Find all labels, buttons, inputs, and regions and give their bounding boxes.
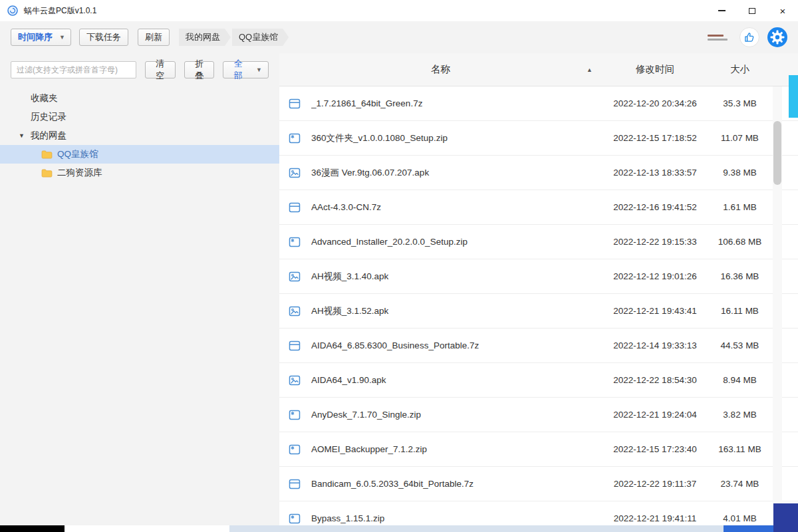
file-row[interactable]: 360文件夹_v1.0.0.1080_Setup.zip2022-12-15 1… bbox=[279, 121, 798, 156]
7z-file-icon bbox=[289, 98, 301, 110]
collapse-button[interactable]: 折叠 bbox=[184, 61, 215, 78]
file-row[interactable]: AH视频_3.1.40.apk2022-12-12 19:01:2616.36 … bbox=[279, 259, 798, 294]
scrollbar[interactable] bbox=[773, 86, 782, 525]
tree-item-my-drive[interactable]: ▼我的网盘 bbox=[0, 126, 279, 145]
7z-file-icon bbox=[289, 478, 301, 490]
file-modified: 2022-12-21 19:24:04 bbox=[602, 410, 708, 420]
file-size: 106.68 MB bbox=[708, 237, 771, 247]
file-size: 163.11 MB bbox=[708, 444, 771, 454]
file-modified: 2022-12-15 17:18:52 bbox=[602, 133, 708, 143]
app-logo-icon bbox=[7, 5, 19, 17]
chevron-down-icon: ▼ bbox=[59, 34, 65, 41]
column-header-name[interactable]: 名称 ▲ bbox=[279, 63, 602, 76]
file-size: 3.82 MB bbox=[708, 410, 771, 420]
main-area: 清空 折叠 全部 ▼ 收藏夹历史记录▼我的网盘QQ皇族馆二狗资源库 名称 ▲ 修… bbox=[0, 53, 798, 525]
chevron-down-icon: ▼ bbox=[256, 66, 262, 73]
minimize-button[interactable] bbox=[706, 0, 737, 21]
taskbar-strip bbox=[229, 525, 724, 532]
file-name: AnyDesk_7.1.70_Single.zip bbox=[311, 410, 602, 420]
file-row[interactable]: AOMEI_Backupper_7.1.2.zip2022-12-15 17:2… bbox=[279, 432, 798, 467]
file-name: AIDA64_v1.90.apk bbox=[311, 375, 602, 385]
breadcrumb-my-drive[interactable]: 我的网盘 bbox=[179, 29, 231, 46]
7z-file-icon bbox=[289, 201, 301, 213]
file-row[interactable]: _1.7.21861_64bit_Green.7z2022-12-20 20:3… bbox=[279, 86, 798, 121]
breadcrumb-current-folder[interactable]: QQ皇族馆 bbox=[232, 29, 289, 46]
tree-item-history[interactable]: 历史记录 bbox=[0, 108, 279, 126]
file-name: AH视频_3.1.40.apk bbox=[311, 271, 602, 283]
file-row[interactable]: Advanced_Installer_20.2.0.0_Setup.zip202… bbox=[279, 225, 798, 259]
zip-file-icon bbox=[289, 132, 301, 144]
file-name: _1.7.21861_64bit_Green.7z bbox=[311, 98, 602, 108]
file-panel: 名称 ▲ 修改时间 大小 _1.7.21861_64bit_Green.7z20… bbox=[279, 53, 798, 525]
file-size: 4.01 MB bbox=[708, 513, 771, 523]
clear-filter-button[interactable]: 清空 bbox=[145, 61, 176, 78]
toolbar-right bbox=[708, 27, 787, 47]
app-window: 蜗牛云盘PC版v1.0.1 × 时间降序 ▼ 下载任务 刷新 我的网盘 QQ皇族… bbox=[0, 0, 798, 525]
refresh-button[interactable]: 刷新 bbox=[138, 29, 170, 46]
zip-file-icon bbox=[289, 236, 301, 248]
sort-order-button[interactable]: 时间降序 ▼ bbox=[11, 29, 71, 46]
file-size: 9.38 MB bbox=[708, 168, 771, 178]
file-row[interactable]: Bypass_1.15.1.zip2022-12-21 19:41:114.01… bbox=[279, 501, 798, 525]
tree-item-favorites[interactable]: 收藏夹 bbox=[0, 89, 279, 108]
file-size: 11.07 MB bbox=[708, 133, 771, 143]
file-name: AOMEI_Backupper_7.1.2.zip bbox=[311, 444, 602, 454]
thumbs-up-icon[interactable] bbox=[739, 27, 759, 47]
tree-item-label: 二狗资源库 bbox=[57, 167, 102, 179]
apk-file-icon bbox=[289, 374, 301, 386]
file-name: Bandicam_6.0.5.2033_64bit_Portable.7z bbox=[311, 479, 602, 489]
file-modified: 2022-12-16 19:41:52 bbox=[602, 202, 708, 212]
column-header-modified[interactable]: 修改时间 bbox=[602, 63, 708, 76]
7z-file-icon bbox=[289, 340, 301, 352]
type-filter-dropdown[interactable]: 全部 ▼ bbox=[223, 61, 269, 78]
file-name: AH视频_3.1.52.apk bbox=[311, 305, 602, 317]
file-size: 23.74 MB bbox=[708, 479, 771, 489]
file-row[interactable]: 36漫画 Ver.9tg.06.07.207.apk2022-12-13 18:… bbox=[279, 156, 798, 190]
folder-icon bbox=[41, 169, 53, 178]
file-row[interactable]: AH视频_3.1.52.apk2022-12-21 19:43:4116.11 … bbox=[279, 294, 798, 329]
file-size: 1.61 MB bbox=[708, 202, 771, 212]
file-modified: 2022-12-13 18:33:57 bbox=[602, 168, 708, 178]
taskbar-corner-block bbox=[773, 503, 798, 532]
zip-file-icon bbox=[289, 513, 301, 525]
tree-item-label: 收藏夹 bbox=[31, 92, 58, 104]
file-name: 360文件夹_v1.0.0.1080_Setup.zip bbox=[311, 132, 602, 144]
file-modified: 2022-12-22 19:15:33 bbox=[602, 237, 708, 247]
apk-file-icon bbox=[289, 305, 301, 317]
window-title: 蜗牛云盘PC版v1.0.1 bbox=[24, 5, 96, 17]
apk-file-icon bbox=[289, 167, 301, 179]
file-row[interactable]: AAct-4.3.0-CN.7z2022-12-16 19:41:521.61 … bbox=[279, 190, 798, 225]
maximize-icon bbox=[749, 8, 755, 14]
file-size: 35.3 MB bbox=[708, 98, 771, 108]
file-row[interactable]: AnyDesk_7.1.70_Single.zip2022-12-21 19:2… bbox=[279, 398, 798, 432]
close-button[interactable]: × bbox=[767, 0, 798, 21]
file-modified: 2022-12-21 19:41:11 bbox=[602, 513, 708, 523]
scrollbar-thumb[interactable] bbox=[773, 121, 781, 185]
minimize-icon bbox=[718, 10, 726, 11]
file-modified: 2022-12-22 18:54:30 bbox=[602, 375, 708, 385]
column-header-size[interactable]: 大小 bbox=[708, 63, 771, 76]
file-modified: 2022-12-14 19:33:13 bbox=[602, 340, 708, 350]
file-row[interactable]: AIDA64_v1.90.apk2022-12-22 18:54:308.94 … bbox=[279, 363, 798, 398]
file-size: 8.94 MB bbox=[708, 375, 771, 385]
file-name: Advanced_Installer_20.2.0.0_Setup.zip bbox=[311, 237, 602, 247]
file-row[interactable]: AIDA64_6.85.6300_Business_Portable.7z202… bbox=[279, 329, 798, 363]
zip-file-icon bbox=[289, 444, 301, 456]
maximize-button[interactable] bbox=[737, 0, 767, 21]
tree-item-ergou-folder[interactable]: 二狗资源库 bbox=[0, 164, 279, 182]
file-modified: 2022-12-21 19:43:41 bbox=[602, 306, 708, 316]
type-filter-label: 全部 bbox=[229, 58, 247, 82]
file-row[interactable]: Bandicam_6.0.5.2033_64bit_Portable.7z202… bbox=[279, 467, 798, 501]
zip-file-icon bbox=[289, 409, 301, 421]
apk-file-icon bbox=[289, 271, 301, 283]
tree-item-qq-royal-folder[interactable]: QQ皇族馆 bbox=[0, 145, 279, 164]
settings-gear-icon[interactable] bbox=[767, 27, 787, 47]
download-tasks-button[interactable]: 下载任务 bbox=[79, 29, 128, 46]
file-size: 16.11 MB bbox=[708, 306, 771, 316]
expand-arrow-icon[interactable]: ▼ bbox=[19, 132, 31, 139]
close-icon: × bbox=[780, 6, 786, 16]
file-modified: 2022-12-12 19:01:26 bbox=[602, 271, 708, 281]
file-size: 16.36 MB bbox=[708, 271, 771, 281]
filter-input[interactable] bbox=[11, 61, 136, 78]
file-modified: 2022-12-22 19:11:37 bbox=[602, 479, 708, 489]
